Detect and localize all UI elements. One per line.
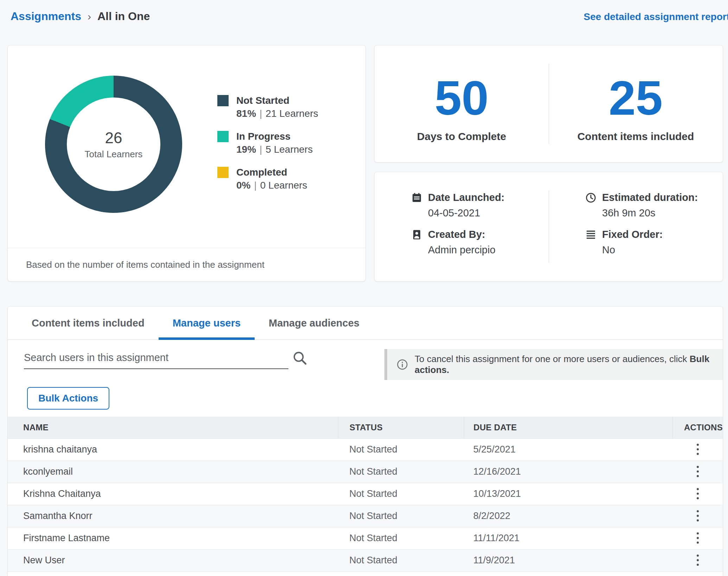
days-to-complete-label: Days to Complete — [417, 131, 506, 143]
assignment-details-card: Date Launched: 04-05-2021 Created By: Ad… — [374, 172, 723, 281]
tab-bar: Content items included Manage users Mana… — [8, 306, 723, 340]
user-name: Test User 1 — [8, 571, 338, 576]
users-table: NAME STATUS DUE DATE ACTIONS krishna cha… — [8, 417, 723, 576]
row-actions-menu-button[interactable] — [691, 485, 704, 502]
detailed-report-link[interactable]: See detailed assignment report — [584, 10, 728, 23]
right-summary-column: 50 Days to Complete 25 Content items inc… — [374, 45, 723, 281]
breadcrumb-assignments-link[interactable]: Assignments — [11, 10, 81, 23]
tab-content-items[interactable]: Content items included — [18, 306, 159, 340]
search-field — [24, 349, 308, 369]
calendar-icon — [411, 192, 422, 203]
clock-icon — [585, 192, 596, 203]
assignment-stats-card: 50 Days to Complete 25 Content items inc… — [374, 45, 723, 163]
days-to-complete-stat: 50 Days to Complete — [375, 45, 549, 162]
days-to-complete-value: 50 — [435, 74, 489, 122]
user-status: Not Started — [338, 527, 464, 549]
user-due-date: 8/2/2022 — [464, 505, 673, 527]
user-due-date: 11/9/2021 — [464, 549, 673, 571]
kebab-icon — [696, 465, 700, 478]
content-items-stat: 25 Content items included — [549, 45, 723, 162]
column-header-duedate: DUE DATE — [464, 417, 673, 438]
chart-footnote: Based on the number of items contained i… — [8, 248, 365, 281]
kebab-icon — [696, 554, 700, 566]
not-started-swatch-icon — [217, 95, 229, 106]
tab-manage-users[interactable]: Manage users — [159, 306, 255, 340]
created-by-label: Created By: — [428, 229, 485, 240]
details-left-column: Date Launched: 04-05-2021 Created By: Ad… — [375, 172, 549, 281]
list-lines-icon — [585, 229, 596, 240]
column-header-name: NAME — [8, 417, 338, 438]
table-row: Firstname Lastname Not Started 11/11/202… — [8, 527, 723, 549]
date-launched-value: 04-05-2021 — [428, 207, 549, 219]
user-due-date: 10/13/2021 — [464, 483, 673, 505]
bulk-actions-button[interactable]: Bulk Actions — [27, 387, 109, 410]
created-by-value: Admin percipio — [428, 244, 549, 256]
table-row: kconlyemail Not Started 12/16/2021 — [8, 461, 723, 483]
kebab-icon — [696, 509, 700, 522]
column-header-actions: ACTIONS — [672, 417, 723, 438]
row-actions-menu-button[interactable] — [691, 552, 704, 569]
page-title: All in One — [97, 10, 150, 23]
row-actions-menu-button[interactable] — [691, 530, 704, 546]
user-due-date: 5/25/2021 — [464, 571, 673, 576]
table-row: Krishna Chaitanya Not Started 10/13/2021 — [8, 483, 723, 505]
user-due-date: 11/11/2021 — [464, 527, 673, 549]
estimated-duration-label: Estimated duration: — [602, 192, 698, 203]
user-name: Samantha Knorr — [8, 505, 338, 527]
info-icon — [396, 359, 408, 371]
learners-donut-chart: 26 Total Learners — [45, 76, 182, 213]
summary-cards-row: 26 Total Learners Not Started 81%|21 Lea… — [7, 45, 723, 281]
user-name: kconlyemail — [8, 461, 338, 483]
content-items-label: Content items included — [577, 131, 694, 143]
tab-manage-audiences[interactable]: Manage audiences — [255, 306, 373, 340]
top-bar: Assignments › All in One See detailed as… — [0, 0, 728, 32]
user-status: Not Started — [338, 505, 464, 527]
row-actions-menu-button[interactable] — [691, 507, 704, 524]
table-row: krishna chaitanya Not Started 5/25/2021 — [8, 438, 723, 461]
chevron-right-icon: › — [88, 11, 91, 22]
created-by-field: Created By: Admin percipio — [411, 229, 549, 256]
user-status: Not Started — [338, 549, 464, 571]
estimated-duration-field: Estimated duration: 36h 9m 20s — [585, 192, 723, 219]
date-launched-field: Date Launched: 04-05-2021 — [411, 192, 549, 219]
user-name: Firstname Lastname — [8, 527, 338, 549]
legend-item-not-started: Not Started 81%|21 Learners — [217, 94, 318, 120]
table-row: New User Not Started 11/9/2021 — [8, 549, 723, 571]
in-progress-swatch-icon — [217, 131, 229, 142]
content-items-value: 25 — [609, 74, 663, 122]
search-icon[interactable] — [292, 350, 308, 366]
user-status: Not Started — [338, 461, 464, 483]
user-status: Not Started — [338, 438, 464, 461]
users-table-body: krishna chaitanya Not Started 5/25/2021 … — [8, 438, 723, 576]
row-actions-menu-button[interactable] — [691, 574, 704, 576]
kebab-icon — [696, 443, 700, 456]
person-badge-icon — [411, 229, 422, 240]
fixed-order-label: Fixed Order: — [602, 229, 663, 240]
user-name: Krishna Chaitanya — [8, 483, 338, 505]
search-input[interactable] — [24, 349, 288, 369]
row-actions-menu-button[interactable] — [691, 441, 704, 458]
details-right-column: Estimated duration: 36h 9m 20s — [549, 172, 723, 281]
row-actions-menu-button[interactable] — [691, 463, 704, 480]
legend-item-in-progress: In Progress 19%|5 Learners — [217, 130, 318, 156]
user-status: Not Started — [338, 483, 464, 505]
kebab-icon — [696, 532, 700, 544]
user-due-date: 12/16/2021 — [464, 461, 673, 483]
completed-swatch-icon — [217, 167, 229, 178]
donut-area: 26 Total Learners Not Started 81%|21 Lea… — [8, 45, 365, 248]
table-row: Samantha Knorr Not Started 8/2/2022 — [8, 505, 723, 527]
estimated-duration-value: 36h 9m 20s — [602, 207, 723, 219]
donut-center: 26 Total Learners — [67, 97, 160, 191]
table-row: Test User 1 Not Started 5/25/2021 — [8, 571, 723, 576]
user-due-date: 5/25/2021 — [464, 438, 673, 461]
kebab-icon — [696, 487, 700, 500]
breadcrumb: Assignments › All in One — [11, 10, 150, 23]
column-header-status: STATUS — [338, 417, 464, 438]
learner-progress-card: 26 Total Learners Not Started 81%|21 Lea… — [7, 45, 366, 281]
user-status: Not Started — [338, 571, 464, 576]
search-and-banner-row: To cancel this assignment for one or mor… — [8, 340, 723, 381]
banner-text: To cancel this assignment for one or mor… — [415, 354, 714, 375]
total-learners-value: 26 — [105, 129, 122, 147]
table-header-row: NAME STATUS DUE DATE ACTIONS — [8, 417, 723, 438]
donut-legend: Not Started 81%|21 Learners In Progress … — [217, 94, 318, 248]
